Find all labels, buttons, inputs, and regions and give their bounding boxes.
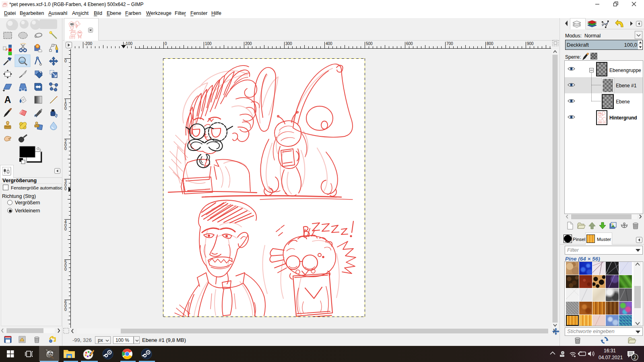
- svg-text:300: 300: [285, 41, 292, 46]
- svg-text:0: 0: [64, 267, 67, 272]
- svg-text:100: 100: [205, 41, 212, 46]
- svg-text:400: 400: [326, 41, 332, 46]
- svg-text:0: 0: [64, 146, 67, 151]
- svg-text:2: 2: [634, 355, 636, 360]
- svg-text:0: 0: [64, 59, 67, 63]
- svg-text:0: 0: [165, 41, 167, 46]
- svg-text:0: 0: [64, 106, 67, 111]
- svg-text:0: 0: [64, 227, 67, 231]
- svg-text:0: 0: [64, 307, 67, 312]
- svg-text:700: 700: [446, 41, 453, 46]
- svg-text:800: 800: [487, 41, 493, 46]
- svg-text:900: 900: [527, 41, 534, 46]
- svg-text:500: 500: [366, 41, 373, 46]
- svg-text:600: 600: [406, 41, 413, 46]
- svg-text:0: 0: [64, 187, 67, 191]
- svg-text:-200: -200: [84, 41, 92, 46]
- svg-text:200: 200: [245, 41, 252, 46]
